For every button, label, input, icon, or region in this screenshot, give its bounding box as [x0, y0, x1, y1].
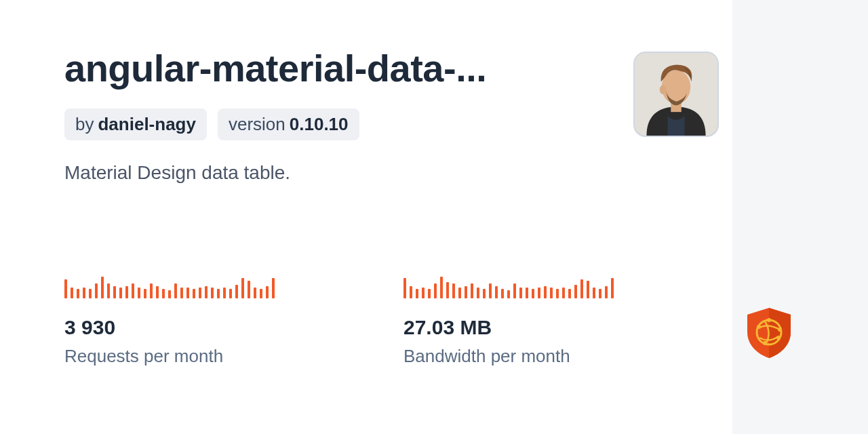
sparkline-bar	[113, 286, 116, 298]
sparkline-bar	[254, 288, 256, 298]
sparkline-bar	[593, 288, 595, 298]
sparkline-bar	[162, 289, 165, 298]
sparkline-bar	[513, 283, 516, 298]
sparkline-bar	[599, 289, 601, 298]
sparkline-bar	[556, 289, 559, 298]
bandwidth-sparkline	[403, 271, 627, 298]
by-label: by	[75, 114, 94, 135]
sparkline-bar	[452, 283, 455, 298]
sparkline-bar	[568, 289, 571, 298]
sparkline-bar	[428, 289, 431, 298]
author-badge[interactable]: by daniel-nagy	[64, 108, 207, 140]
sparkline-bar	[193, 289, 195, 298]
sparkline-bar	[550, 288, 553, 298]
requests-label: Requests per month	[64, 346, 288, 367]
sparkline-bar	[223, 288, 226, 298]
sparkline-bar	[125, 286, 128, 298]
sparkline-bar	[465, 286, 467, 298]
sparkline-bar	[580, 279, 583, 298]
stats-row: 3 930 Requests per month 27.03 MB Bandwi…	[64, 271, 627, 367]
svg-point-6	[778, 328, 782, 332]
badges-row: by daniel-nagy version 0.10.10	[64, 108, 729, 140]
sparkline-bar	[272, 278, 275, 298]
sparkline-bar	[119, 288, 122, 298]
sparkline-bar	[587, 281, 589, 298]
stat-requests: 3 930 Requests per month	[64, 271, 288, 367]
sparkline-bar	[562, 288, 565, 298]
sparkline-bar	[217, 289, 220, 298]
author-name: daniel-nagy	[98, 114, 195, 135]
version-badge[interactable]: version 0.10.10	[218, 108, 359, 140]
requests-value: 3 930	[64, 316, 288, 339]
package-header: angular-material-data-... by daniel-nagy…	[64, 47, 729, 184]
sparkline-bar	[605, 286, 608, 298]
bandwidth-value: 27.03 MB	[403, 316, 627, 339]
svg-point-5	[757, 325, 761, 329]
sparkline-bar	[64, 279, 67, 298]
svg-point-9	[767, 318, 771, 322]
sparkline-bar	[489, 283, 492, 298]
sparkline-bar	[144, 289, 146, 298]
sparkline-bar	[168, 290, 171, 298]
sparkline-bar	[107, 283, 110, 298]
svg-point-3	[660, 85, 667, 94]
requests-sparkline	[64, 271, 288, 298]
sparkline-bar	[483, 289, 486, 298]
sparkline-bar	[495, 286, 498, 298]
sparkline-bar	[416, 289, 418, 298]
sparkline-bar	[611, 278, 614, 298]
sparkline-bar	[235, 285, 238, 298]
sparkline-bar	[229, 289, 232, 298]
sparkline-bar	[199, 288, 201, 298]
sparkline-bar	[471, 283, 473, 298]
package-description: Material Design data table.	[64, 162, 729, 184]
sparkline-bar	[89, 289, 92, 298]
sparkline-bar	[538, 288, 540, 298]
svg-point-8	[776, 336, 781, 340]
sparkline-bar	[132, 283, 134, 298]
sparkline-bar	[501, 289, 504, 298]
sparkline-bar	[186, 288, 189, 298]
bandwidth-label: Bandwidth per month	[403, 346, 627, 367]
version-label: version	[229, 114, 285, 135]
sparkline-bar	[507, 290, 510, 298]
background-strip	[732, 0, 868, 434]
sparkline-bar	[174, 283, 177, 298]
sparkline-bar	[574, 285, 577, 298]
sparkline-bar	[422, 288, 425, 298]
sparkline-bar	[205, 286, 208, 298]
sparkline-bar	[101, 277, 104, 298]
svg-point-7	[763, 341, 767, 345]
sparkline-bar	[248, 281, 250, 298]
sparkline-bar	[260, 289, 262, 298]
sparkline-bar	[519, 288, 522, 298]
sparkline-bar	[150, 283, 153, 298]
version-value: 0.10.10	[290, 114, 349, 135]
jsdelivr-shield-icon	[745, 307, 793, 359]
sparkline-bar	[156, 286, 159, 298]
sparkline-bar	[526, 288, 528, 298]
sparkline-bar	[544, 286, 547, 298]
sparkline-bar	[403, 278, 406, 298]
sparkline-bar	[477, 288, 479, 298]
sparkline-bar	[211, 288, 214, 298]
sparkline-bar	[138, 288, 140, 298]
sparkline-bar	[532, 289, 534, 298]
sparkline-bar	[458, 288, 461, 298]
sparkline-bar	[95, 283, 98, 298]
sparkline-bar	[180, 288, 183, 298]
package-title: angular-material-data-...	[64, 47, 729, 90]
sparkline-bar	[440, 277, 443, 298]
sparkline-bar	[266, 286, 269, 298]
stat-bandwidth: 27.03 MB Bandwidth per month	[403, 271, 627, 367]
sparkline-bar	[434, 283, 437, 298]
sparkline-bar	[77, 289, 79, 298]
sparkline-bar	[446, 282, 449, 298]
sparkline-bar	[410, 286, 412, 298]
sparkline-bar	[241, 278, 244, 298]
author-avatar[interactable]	[633, 52, 719, 137]
sparkline-bar	[71, 288, 73, 298]
sparkline-bar	[83, 288, 85, 298]
